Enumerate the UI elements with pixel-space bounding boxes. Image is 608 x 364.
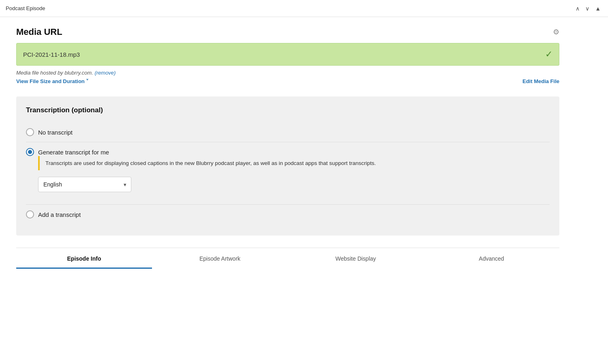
window-title: Podcast Episode [6,5,45,11]
media-meta: Media file hosted by blubrry.com. (remov… [16,70,559,76]
window-bar: Podcast Episode ∧ ∨ ▲ [0,0,608,17]
media-links: View File Size and Duration ˅ Edit Media… [16,78,559,84]
radio-label-generate: Generate transcript for me [38,149,109,156]
transcription-title: Transcription (optional) [26,106,550,114]
collapse-button[interactable]: ∧ [574,5,581,12]
gear-icon[interactable]: ⚙ [553,28,559,36]
radio-option-add-transcript[interactable]: Add a transcript [26,205,550,224]
view-file-size-link[interactable]: View File Size and Duration ˅ [16,78,89,84]
tab-episode-info[interactable]: Episode Info [16,248,152,269]
section-title: Media URL [16,27,62,37]
maximize-button[interactable]: ▲ [593,5,602,12]
media-filename: PCI-2021-11-18.mp3 [23,51,80,58]
tab-advanced[interactable]: Advanced [424,248,559,269]
tab-website-display[interactable]: Website Display [288,248,424,269]
transcript-info-text: Transcripts are used for displaying clos… [38,156,381,170]
radio-label-add-transcript: Add a transcript [38,211,81,218]
window-controls: ∧ ∨ ▲ [574,5,602,12]
expand-button[interactable]: ∨ [584,5,591,12]
radio-label-no-transcript: No transcript [38,129,73,136]
language-select[interactable]: English Spanish French German Portuguese… [38,177,131,192]
remove-link[interactable]: (remove) [94,70,116,76]
radio-option-generate[interactable]: Generate transcript for me Transcripts a… [26,142,550,205]
radio-button-add-transcript[interactable] [26,210,34,218]
media-url-bar: PCI-2021-11-18.mp3 ✓ [16,43,559,66]
tab-episode-artwork[interactable]: Episode Artwork [152,248,288,269]
radio-option-no-transcript[interactable]: No transcript [26,122,550,142]
edit-media-file-link[interactable]: Edit Media File [522,78,559,84]
radio-button-no-transcript[interactable] [26,128,34,136]
transcription-section: Transcription (optional) No transcript G… [16,96,559,236]
checkmark-icon: ✓ [545,49,552,60]
language-select-wrapper: English Spanish French German Portuguese… [38,177,131,192]
bottom-tabs: Episode Info Episode Artwork Website Dis… [16,248,559,269]
transcript-info-block: Transcripts are used for displaying clos… [38,156,381,199]
radio-button-generate[interactable] [26,148,34,156]
